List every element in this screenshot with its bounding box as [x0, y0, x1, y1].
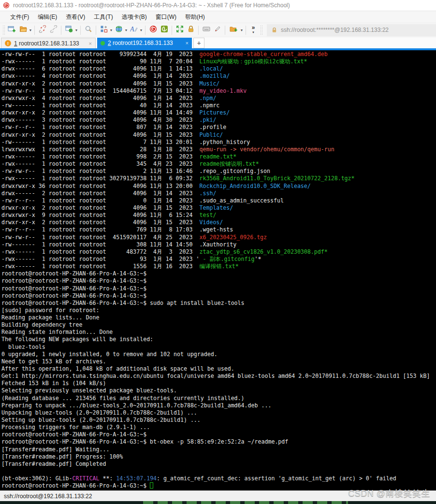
terminal-line: -rwx------ 1 rootroot rootroot 302791397… [1, 175, 436, 182]
keyboard-button[interactable] [201, 24, 212, 36]
toolbar-separator [225, 26, 225, 35]
xftp-button[interactable] [159, 24, 170, 36]
watermark: CSDN @南棱笑笑生 [348, 488, 430, 499]
open-sessions-caret[interactable]: ▼ [29, 29, 32, 32]
terminal-output[interactable]: -rw-rw-r-- 1 rootroot rootroot 93992344 … [0, 50, 436, 490]
terminal-line: Unpacking bluez-tools (2.0~20170911.0.7c… [1, 409, 436, 417]
bottom-edge-pattern [143, 501, 348, 504]
terminal-line: rootroot@rootroot-HP-ZHAN-66-Pro-A-14-G3… [1, 431, 436, 438]
find-button[interactable] [83, 24, 94, 36]
addressbar-grip[interactable] [260, 25, 262, 35]
highlighter-button[interactable] [212, 24, 223, 36]
terminal-line: rootroot@rootroot-HP-ZHAN-66-Pro-A-14-G3… [1, 300, 436, 307]
terminal-line: -rw-r--r-- 1 rootroot rootroot 807 1月 14… [1, 124, 436, 131]
tab-bar: ! 1 rootroot192.168.31.133 × 2 rootroot1… [0, 37, 436, 48]
menu-item[interactable]: 查看(V) [61, 11, 89, 23]
chevron-down-icon: ▾ [252, 30, 254, 34]
new-session-button[interactable] [6, 24, 17, 36]
new-folder-button[interactable] [227, 24, 240, 36]
toolbar-separator [34, 26, 35, 35]
terminal-line: drwxr-xr-x 2 rootroot rootroot 4096 1月 1… [1, 80, 436, 87]
tab-session-2[interactable]: 2 rootroot192.168.31.133 × [97, 38, 192, 48]
menu-item[interactable]: 窗口(W) [151, 11, 181, 23]
layout-button[interactable] [98, 24, 109, 36]
session-properties-button[interactable] [63, 24, 74, 36]
toolbar-grip[interactable] [2, 25, 5, 35]
xshell-app-icon [3, 2, 10, 9]
lock-icon [187, 25, 195, 35]
terminal-line: -rw------- 1 rootroot rootroot 7 11月 13 … [1, 139, 436, 146]
terminal-line: [Transfer#readme.pdf] Completed [1, 461, 436, 468]
toolbar: ▼ ▼ ▼ ▼ A ▼ ▼ » ▾ ssh://rootroot:*******… [0, 23, 436, 37]
terminal-line [1, 468, 436, 475]
terminal-line: rootroot@rootroot-HP-ZHAN-66-Pro-A-14-G3… [1, 270, 436, 277]
terminal-line: -rw-rw-r-- 1 rootroot rootroot 93992344 … [1, 51, 436, 58]
terminal-line: Selecting previously unselected package … [1, 387, 436, 394]
menu-item[interactable]: 编辑(E) [33, 11, 61, 23]
toolbar-separator [96, 26, 96, 35]
terminal-cursor [150, 482, 153, 489]
terminal-line: drwx------ 3 rootroot rootroot 4096 4月 3… [1, 116, 436, 124]
toolbar-separator [80, 26, 81, 35]
menu-item[interactable]: 帮助(H) [181, 11, 209, 23]
more-buttons-chevron: » [252, 26, 255, 30]
open-sessions-button[interactable] [17, 24, 29, 36]
lock-button[interactable] [185, 24, 196, 36]
toolbar-overflow-button[interactable]: » ▾ [248, 24, 259, 36]
terminal-line: -rw-rw-r-- 1 rootroot rootroot 451592011… [1, 234, 436, 241]
terminal-line: -rw------- 1 rootroot rootroot 40 1月 14 … [1, 102, 436, 109]
terminal-line: -rw-rw-r-- 1 rootroot rootroot 2 11月 13 … [1, 168, 436, 175]
layout-caret[interactable]: ▼ [109, 29, 113, 32]
fullscreen-icon [176, 25, 184, 35]
svg-text:A: A [130, 26, 134, 33]
highlighter-pen-icon [214, 25, 221, 35]
xshell-icon [149, 25, 157, 35]
terminal-line: [Transfer#readme.pdf] Waiting... [1, 446, 436, 453]
address-lock-icon [271, 27, 277, 33]
close-icon[interactable]: × [186, 40, 189, 46]
xftp-icon [160, 25, 168, 35]
bottom-edge-strip [0, 501, 436, 504]
terminal-line: (Reading database ... 213456 files and d… [1, 395, 436, 402]
font-icon: A [130, 25, 138, 35]
terminal-line: lrwxrwxrwx 1 rootroot rootroot 28 1月 18 … [1, 146, 436, 153]
new-session-icon [8, 25, 16, 35]
close-icon[interactable]: × [89, 41, 92, 46]
terminal-line: Fetched 153 kB in 1s (104 kB/s) [1, 380, 436, 387]
connected-icon [101, 41, 105, 45]
xshell-button[interactable] [147, 24, 159, 36]
terminal-line: [sudo] password for rootroot: [1, 307, 436, 314]
address-text[interactable]: ssh://rootroot:********@192.168.31.133:2… [281, 27, 389, 33]
reconnect-button[interactable] [48, 24, 59, 36]
terminal-line: bluez-tools [1, 344, 436, 351]
terminal-line: -rw-rw-r-- 1 rootroot rootroot 154404671… [1, 87, 436, 95]
fullscreen-button[interactable] [174, 24, 185, 36]
window-title: rootroot192.168.31.133 - rootroot@rootro… [13, 2, 290, 9]
terminal-line: rootroot@rootroot-HP-ZHAN-66-Pro-A-14-G3… [1, 292, 436, 300]
menu-item[interactable]: 选项卡(B) [117, 11, 151, 23]
terminal-line: -rwx------ 1 rootroot rootroot 1556 1月 1… [1, 263, 436, 270]
globe-button[interactable] [113, 24, 124, 36]
terminal-line: Processing triggers for man-db (2.9.1-1)… [1, 424, 436, 431]
terminal-line: drwxr-xr-x 2 rootroot rootroot 4096 1月 1… [1, 219, 436, 226]
new-folder-caret[interactable]: ▼ [240, 29, 244, 32]
tab-session-1[interactable]: ! 1 rootroot192.168.31.133 × [1, 38, 96, 48]
new-tab-button[interactable]: + [193, 38, 204, 48]
menu-item[interactable]: 文件(F) [6, 11, 33, 23]
terminal-line: -rwx------ 1 rootroot rootroot 998 2月 15… [1, 153, 436, 160]
terminal-line: rootroot@rootroot-HP-ZHAN-66-Pro-A-14-G3… [1, 277, 436, 285]
font-button[interactable]: A [128, 24, 139, 36]
terminal-line: -rw-r--r-- 1 rootroot rootroot 0 1月 14 2… [1, 197, 436, 204]
status-connection-text: ssh://rootroot@192.168.31.133:22 [4, 493, 92, 500]
disconnect-icon [39, 25, 46, 35]
address-bar[interactable]: ssh://rootroot:********@192.168.31.133:2… [267, 24, 436, 36]
terminal-line: After this operation, 1,048 kB of additi… [1, 365, 436, 373]
globe-caret[interactable]: ▼ [124, 29, 128, 32]
toolbar-separator [61, 26, 61, 35]
title-bar: rootroot192.168.31.133 - rootroot@rootro… [0, 0, 436, 11]
session-properties-caret[interactable]: ▼ [74, 29, 78, 32]
disconnect-button[interactable] [37, 24, 48, 36]
folder-icon [19, 25, 27, 35]
font-caret[interactable]: ▼ [139, 29, 143, 32]
menu-item[interactable]: 工具(T) [89, 11, 117, 23]
